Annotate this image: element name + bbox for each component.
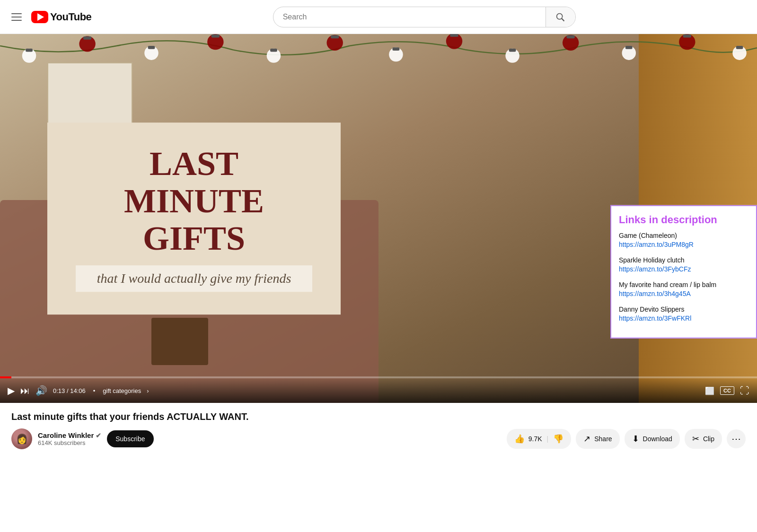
fullscreen-button[interactable]: ⛶ <box>740 385 749 396</box>
search-area <box>99 7 749 27</box>
side-table <box>151 318 208 365</box>
chapter-label: gift categories <box>103 387 141 394</box>
like-divider: | <box>547 435 549 443</box>
thumbs-up-icon: 👍 <box>514 434 525 444</box>
site-header: YouTube <box>0 0 757 34</box>
desc-item-4: Danny Devito Slippers https://amzn.to/3F… <box>619 305 748 323</box>
time-display: 0:13 / 14:06 <box>53 387 86 394</box>
desc-item-2: Sparkle Holiday clutch https://amzn.to/3… <box>619 256 748 273</box>
time-total: 14:06 <box>70 387 86 394</box>
avatar[interactable]: 👩 <box>11 428 32 449</box>
search-input[interactable] <box>273 8 546 26</box>
svg-rect-5 <box>148 46 155 49</box>
svg-rect-25 <box>736 46 743 49</box>
video-info: Last minute gifts that your friends ACTU… <box>0 403 757 453</box>
next-button[interactable]: ⏭ <box>20 385 30 396</box>
svg-rect-13 <box>393 47 400 51</box>
channel-info: Caroline Winkler ✔ 614K subscribers <box>38 431 101 446</box>
christmas-lights <box>0 34 757 81</box>
description-overlay: Links in description Game (Chameleon) ht… <box>610 205 757 339</box>
svg-rect-11 <box>331 35 339 39</box>
desc-item-3: My favorite hand cream / lip balm https:… <box>619 281 748 298</box>
desc-link-3[interactable]: https://amzn.to/3h4g45A <box>619 290 691 297</box>
search-button[interactable] <box>546 7 575 27</box>
action-buttons: 👍 9.7K | 👎 ↗ Share ⬇ Download ✂ <box>507 429 746 449</box>
channel-row: 👩 Caroline Winkler ✔ 614K subscribers Su… <box>11 428 746 449</box>
clip-label: Clip <box>703 435 714 443</box>
volume-icon: 🔊 <box>35 385 47 396</box>
bullet-separator: • <box>93 387 96 394</box>
svg-rect-17 <box>509 49 516 52</box>
desc-link-4[interactable]: https://amzn.to/3FwFKRl <box>619 314 691 322</box>
desc-item-1: Game (Chameleon) https://amzn.to/3uPM8gR <box>619 232 748 249</box>
clip-icon: ✂ <box>692 434 699 444</box>
svg-rect-3 <box>83 36 91 40</box>
download-button[interactable]: ⬇ Download <box>625 429 680 449</box>
channel-name-text[interactable]: Caroline Winkler <box>38 431 94 439</box>
share-label: Share <box>594 435 612 443</box>
channel-name: Caroline Winkler ✔ <box>38 431 101 439</box>
play-triangle <box>37 13 44 21</box>
main-content: LAST MINUTE GIFTS that I would actually … <box>0 34 757 453</box>
search-bar <box>273 7 576 27</box>
channel-left: 👩 Caroline Winkler ✔ 614K subscribers Su… <box>11 428 154 449</box>
like-button[interactable]: 👍 9.7K | 👎 <box>507 429 571 449</box>
gift-subtitle: that I would actually give my friends <box>76 265 312 292</box>
gift-card-overlay: LAST MINUTE GIFTS that I would actually … <box>47 122 341 314</box>
cc-badge[interactable]: CC <box>720 386 734 395</box>
desc-link-2[interactable]: https://amzn.to/3FybCFz <box>619 265 691 273</box>
play-button[interactable]: ▶ <box>8 385 15 396</box>
verified-icon: ✔ <box>96 432 101 439</box>
svg-rect-9 <box>270 49 277 52</box>
youtube-logo[interactable]: YouTube <box>31 11 91 23</box>
download-label: Download <box>643 435 672 443</box>
desc-overlay-title: Links in description <box>619 214 748 226</box>
volume-button[interactable]: 🔊 <box>35 385 47 396</box>
svg-rect-23 <box>683 35 691 38</box>
video-section: LAST MINUTE GIFTS that I would actually … <box>0 34 757 453</box>
desc-label-3: My favorite hand cream / lip balm <box>619 281 748 288</box>
gift-title-line2: GIFTS <box>76 220 312 258</box>
svg-rect-1 <box>26 49 33 52</box>
time-current: 0:13 <box>53 387 65 394</box>
avatar-image: 👩 <box>11 428 32 449</box>
video-player[interactable]: LAST MINUTE GIFTS that I would actually … <box>0 34 757 403</box>
share-icon: ↗ <box>583 434 590 444</box>
clip-button[interactable]: ✂ Clip <box>685 429 722 449</box>
next-icon: ⏭ <box>20 385 30 396</box>
theater-icon: ⬜ <box>705 386 714 395</box>
chapter-arrow: › <box>147 387 149 394</box>
more-options-button[interactable]: ⋯ <box>727 429 746 448</box>
subscribe-button[interactable]: Subscribe <box>107 430 153 447</box>
svg-rect-19 <box>567 35 575 39</box>
logo-text: YouTube <box>50 11 91 23</box>
header-left: YouTube <box>8 9 91 25</box>
fullscreen-icon: ⛶ <box>740 385 749 396</box>
svg-rect-15 <box>450 34 458 37</box>
theater-button[interactable]: ⬜ <box>705 386 714 395</box>
gift-title-line1: LAST MINUTE <box>76 145 312 220</box>
hamburger-menu-button[interactable] <box>8 9 26 25</box>
like-count: 9.7K <box>528 435 542 443</box>
youtube-logo-icon <box>31 11 48 23</box>
video-controls: ▶ ⏭ 🔊 0:13 / 14:06 • gift categories › <box>0 378 757 403</box>
share-button[interactable]: ↗ Share <box>576 429 619 449</box>
desc-link-1[interactable]: https://amzn.to/3uPM8gR <box>619 241 694 248</box>
video-title: Last minute gifts that your friends ACTU… <box>11 410 746 423</box>
search-icon <box>555 12 566 22</box>
svg-rect-21 <box>625 46 633 49</box>
more-icon: ⋯ <box>731 433 741 445</box>
thumbs-down-icon: 👎 <box>553 434 563 444</box>
desc-label-2: Sparkle Holiday clutch <box>619 256 748 264</box>
desc-label-1: Game (Chameleon) <box>619 232 748 239</box>
svg-rect-7 <box>211 35 220 38</box>
subscriber-count: 614K subscribers <box>38 439 101 446</box>
download-icon: ⬇ <box>632 434 639 444</box>
play-icon: ▶ <box>8 385 15 396</box>
desc-label-4: Danny Devito Slippers <box>619 305 748 313</box>
